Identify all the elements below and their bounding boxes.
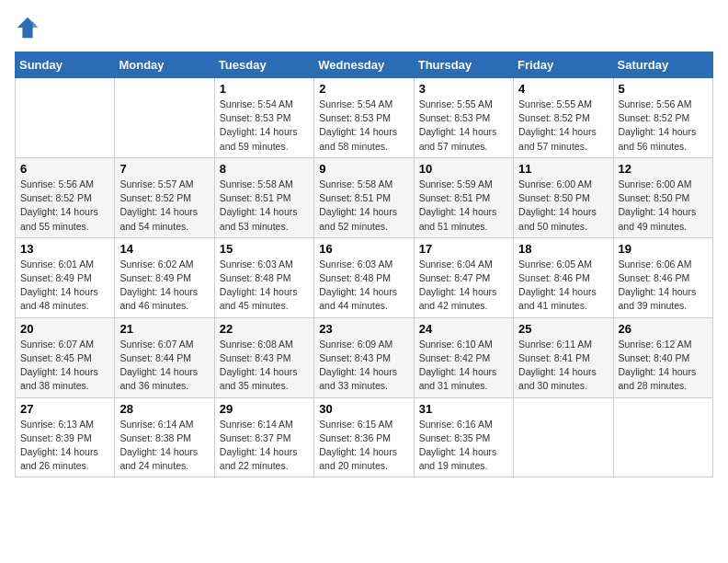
calendar-cell: 4Sunrise: 5:55 AM Sunset: 8:52 PM Daylig… [514, 78, 613, 158]
day-header-friday: Friday [514, 52, 613, 78]
calendar-cell: 27Sunrise: 6:13 AM Sunset: 8:39 PM Dayli… [16, 397, 115, 477]
day-number: 20 [20, 322, 109, 336]
day-info: Sunrise: 5:56 AM Sunset: 8:52 PM Dayligh… [619, 98, 697, 152]
day-number: 21 [119, 322, 209, 336]
day-header-thursday: Thursday [414, 52, 513, 78]
calendar-cell: 25Sunrise: 6:11 AM Sunset: 8:41 PM Dayli… [514, 317, 613, 397]
day-info: Sunrise: 6:15 AM Sunset: 8:36 PM Dayligh… [319, 419, 397, 472]
calendar-cell: 1Sunrise: 5:54 AM Sunset: 8:53 PM Daylig… [214, 78, 313, 158]
calendar-cell: 11Sunrise: 6:00 AM Sunset: 8:50 PM Dayli… [514, 157, 613, 237]
logo [15, 15, 42, 40]
calendar-cell: 2Sunrise: 5:54 AM Sunset: 8:53 PM Daylig… [314, 78, 414, 158]
day-number: 13 [20, 242, 109, 256]
day-info: Sunrise: 5:55 AM Sunset: 8:53 PM Dayligh… [419, 98, 497, 152]
day-number: 8 [220, 162, 309, 176]
day-number: 22 [220, 322, 309, 336]
calendar-week-5: 27Sunrise: 6:13 AM Sunset: 8:39 PM Dayli… [16, 397, 713, 477]
day-info: Sunrise: 6:09 AM Sunset: 8:43 PM Dayligh… [319, 339, 397, 392]
day-info: Sunrise: 6:02 AM Sunset: 8:49 PM Dayligh… [119, 259, 198, 312]
day-header-tuesday: Tuesday [214, 52, 313, 78]
calendar-cell [613, 397, 712, 477]
day-number: 5 [619, 82, 708, 96]
day-number: 17 [419, 242, 508, 256]
calendar-week-3: 13Sunrise: 6:01 AM Sunset: 8:49 PM Dayli… [16, 237, 713, 317]
day-info: Sunrise: 6:05 AM Sunset: 8:46 PM Dayligh… [518, 259, 597, 312]
day-info: Sunrise: 5:56 AM Sunset: 8:52 PM Dayligh… [20, 178, 98, 232]
day-number: 4 [518, 82, 608, 96]
calendar-cell: 16Sunrise: 6:03 AM Sunset: 8:48 PM Dayli… [314, 237, 414, 317]
day-info: Sunrise: 6:13 AM Sunset: 8:39 PM Dayligh… [20, 419, 98, 472]
calendar-cell: 28Sunrise: 6:14 AM Sunset: 8:38 PM Dayli… [115, 397, 214, 477]
day-header-wednesday: Wednesday [314, 52, 414, 78]
day-info: Sunrise: 6:16 AM Sunset: 8:35 PM Dayligh… [419, 419, 497, 472]
day-info: Sunrise: 5:58 AM Sunset: 8:51 PM Dayligh… [220, 178, 298, 232]
day-number: 2 [319, 82, 408, 96]
calendar-cell: 3Sunrise: 5:55 AM Sunset: 8:53 PM Daylig… [414, 78, 513, 158]
calendar-week-1: 1Sunrise: 5:54 AM Sunset: 8:53 PM Daylig… [16, 78, 713, 158]
day-number: 24 [419, 322, 508, 336]
day-header-monday: Monday [115, 52, 214, 78]
calendar-cell [115, 78, 214, 158]
day-info: Sunrise: 5:59 AM Sunset: 8:51 PM Dayligh… [419, 178, 497, 232]
calendar-week-4: 20Sunrise: 6:07 AM Sunset: 8:45 PM Dayli… [16, 317, 713, 397]
day-number: 15 [220, 242, 309, 256]
day-number: 7 [119, 162, 209, 176]
day-info: Sunrise: 6:07 AM Sunset: 8:44 PM Dayligh… [119, 339, 198, 392]
calendar-cell: 13Sunrise: 6:01 AM Sunset: 8:49 PM Dayli… [16, 237, 115, 317]
calendar-cell: 17Sunrise: 6:04 AM Sunset: 8:47 PM Dayli… [414, 237, 513, 317]
day-number: 16 [319, 242, 408, 256]
calendar-cell: 7Sunrise: 5:57 AM Sunset: 8:52 PM Daylig… [115, 157, 214, 237]
day-info: Sunrise: 6:04 AM Sunset: 8:47 PM Dayligh… [419, 259, 497, 312]
day-number: 1 [220, 82, 309, 96]
day-info: Sunrise: 6:00 AM Sunset: 8:50 PM Dayligh… [518, 178, 597, 232]
calendar-cell: 19Sunrise: 6:06 AM Sunset: 8:46 PM Dayli… [613, 237, 712, 317]
calendar-header-row: SundayMondayTuesdayWednesdayThursdayFrid… [16, 52, 713, 78]
day-number: 31 [419, 402, 508, 416]
day-number: 23 [319, 322, 408, 336]
calendar-cell: 14Sunrise: 6:02 AM Sunset: 8:49 PM Dayli… [115, 237, 214, 317]
calendar-cell: 21Sunrise: 6:07 AM Sunset: 8:44 PM Dayli… [115, 317, 214, 397]
calendar-cell: 5Sunrise: 5:56 AM Sunset: 8:52 PM Daylig… [613, 78, 712, 158]
day-number: 11 [518, 162, 608, 176]
day-info: Sunrise: 6:11 AM Sunset: 8:41 PM Dayligh… [518, 339, 597, 392]
page-header [15, 15, 713, 40]
calendar-cell: 9Sunrise: 5:58 AM Sunset: 8:51 PM Daylig… [314, 157, 414, 237]
day-info: Sunrise: 6:01 AM Sunset: 8:49 PM Dayligh… [20, 259, 98, 312]
day-info: Sunrise: 6:03 AM Sunset: 8:48 PM Dayligh… [220, 259, 298, 312]
calendar-cell: 22Sunrise: 6:08 AM Sunset: 8:43 PM Dayli… [214, 317, 313, 397]
day-number: 12 [619, 162, 708, 176]
day-info: Sunrise: 5:54 AM Sunset: 8:53 PM Dayligh… [319, 98, 397, 152]
day-number: 6 [20, 162, 109, 176]
day-info: Sunrise: 6:03 AM Sunset: 8:48 PM Dayligh… [319, 259, 397, 312]
day-number: 10 [419, 162, 508, 176]
day-header-saturday: Saturday [613, 52, 712, 78]
calendar-table: SundayMondayTuesdayWednesdayThursdayFrid… [15, 52, 713, 477]
calendar-cell: 31Sunrise: 6:16 AM Sunset: 8:35 PM Dayli… [414, 397, 513, 477]
day-info: Sunrise: 5:55 AM Sunset: 8:52 PM Dayligh… [518, 98, 597, 152]
day-number: 28 [119, 402, 209, 416]
calendar-cell: 24Sunrise: 6:10 AM Sunset: 8:42 PM Dayli… [414, 317, 513, 397]
calendar-cell: 15Sunrise: 6:03 AM Sunset: 8:48 PM Dayli… [214, 237, 313, 317]
day-number: 25 [518, 322, 608, 336]
day-number: 27 [20, 402, 109, 416]
calendar-cell: 29Sunrise: 6:14 AM Sunset: 8:37 PM Dayli… [214, 397, 313, 477]
day-info: Sunrise: 5:57 AM Sunset: 8:52 PM Dayligh… [119, 178, 198, 232]
calendar-cell: 10Sunrise: 5:59 AM Sunset: 8:51 PM Dayli… [414, 157, 513, 237]
calendar-cell [16, 78, 115, 158]
day-info: Sunrise: 6:14 AM Sunset: 8:37 PM Dayligh… [220, 419, 298, 472]
calendar-cell: 18Sunrise: 6:05 AM Sunset: 8:46 PM Dayli… [514, 237, 613, 317]
svg-marker-1 [33, 21, 39, 28]
calendar-cell: 12Sunrise: 6:00 AM Sunset: 8:50 PM Dayli… [613, 157, 712, 237]
calendar-cell: 20Sunrise: 6:07 AM Sunset: 8:45 PM Dayli… [16, 317, 115, 397]
logo-icon [15, 15, 40, 40]
day-number: 29 [220, 402, 309, 416]
calendar-cell: 23Sunrise: 6:09 AM Sunset: 8:43 PM Dayli… [314, 317, 414, 397]
day-info: Sunrise: 5:58 AM Sunset: 8:51 PM Dayligh… [319, 178, 397, 232]
day-info: Sunrise: 6:08 AM Sunset: 8:43 PM Dayligh… [220, 339, 298, 392]
day-number: 26 [619, 322, 708, 336]
calendar-cell: 8Sunrise: 5:58 AM Sunset: 8:51 PM Daylig… [214, 157, 313, 237]
day-header-sunday: Sunday [16, 52, 115, 78]
day-info: Sunrise: 6:00 AM Sunset: 8:50 PM Dayligh… [619, 178, 697, 232]
day-number: 14 [119, 242, 209, 256]
day-info: Sunrise: 6:06 AM Sunset: 8:46 PM Dayligh… [619, 259, 697, 312]
